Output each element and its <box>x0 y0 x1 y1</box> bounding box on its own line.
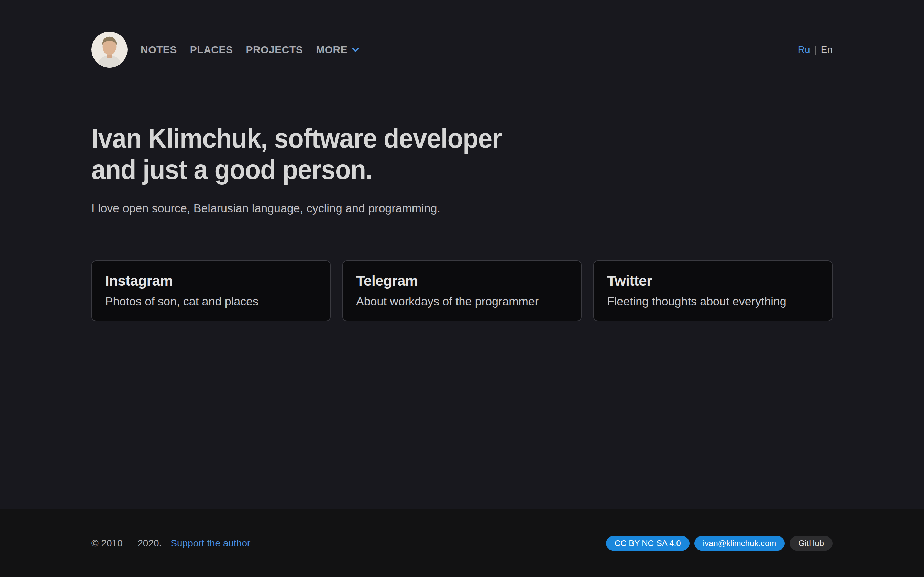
nav-item-more-label: MORE <box>316 44 347 56</box>
main-nav: NOTES PLACES PROJECTS MORE <box>141 44 360 56</box>
card-twitter-title: Twitter <box>607 273 819 289</box>
card-telegram[interactable]: Telegram About workdays of the programme… <box>342 260 582 321</box>
page-title: Ivan Klimchuk, software developer and ju… <box>91 122 781 185</box>
language-link-ru[interactable]: Ru <box>798 44 810 55</box>
copyright-text: © 2010 — 2020. <box>91 538 162 549</box>
support-author-link[interactable]: Support the author <box>171 538 250 549</box>
main-page: NOTES PLACES PROJECTS MORE Ru | En <box>0 0 924 509</box>
footer-badges: CC BY-NC-SA 4.0 ivan@klimchuk.com GitHub <box>606 536 833 551</box>
email-badge[interactable]: ivan@klimchuk.com <box>695 536 785 551</box>
avatar-photo <box>91 32 128 68</box>
page-subtitle: I love open source, Belarusian language,… <box>91 201 833 215</box>
copyright: © 2010 — 2020. Support the author <box>91 538 250 549</box>
card-instagram-title: Instagram <box>105 273 317 289</box>
nav-item-places[interactable]: PLACES <box>190 44 233 56</box>
nav-item-more[interactable]: MORE <box>316 44 360 56</box>
site-header: NOTES PLACES PROJECTS MORE Ru | En <box>91 0 833 68</box>
card-telegram-title: Telegram <box>356 273 568 289</box>
card-instagram[interactable]: Instagram Photos of son, cat and places <box>91 260 331 321</box>
chevron-down-icon <box>350 45 360 55</box>
social-cards: Instagram Photos of son, cat and places … <box>91 260 833 321</box>
license-badge[interactable]: CC BY-NC-SA 4.0 <box>606 536 690 551</box>
avatar[interactable] <box>91 32 128 68</box>
nav-item-projects[interactable]: PROJECTS <box>246 44 303 56</box>
github-badge[interactable]: GitHub <box>790 536 833 551</box>
language-switcher: Ru | En <box>798 44 833 55</box>
page-title-line2: and just a good person. <box>91 154 781 185</box>
card-twitter[interactable]: Twitter Fleeting thoughts about everythi… <box>593 260 833 321</box>
nav-item-notes[interactable]: NOTES <box>141 44 177 56</box>
card-instagram-description: Photos of son, cat and places <box>105 295 317 308</box>
language-separator: | <box>814 44 816 55</box>
site-footer: © 2010 — 2020. Support the author CC BY-… <box>0 509 924 577</box>
card-twitter-description: Fleeting thoughts about everything <box>607 295 819 308</box>
language-current-en: En <box>821 44 833 55</box>
card-telegram-description: About workdays of the programmer <box>356 295 568 308</box>
page-title-line1: Ivan Klimchuk, software developer <box>91 122 781 154</box>
